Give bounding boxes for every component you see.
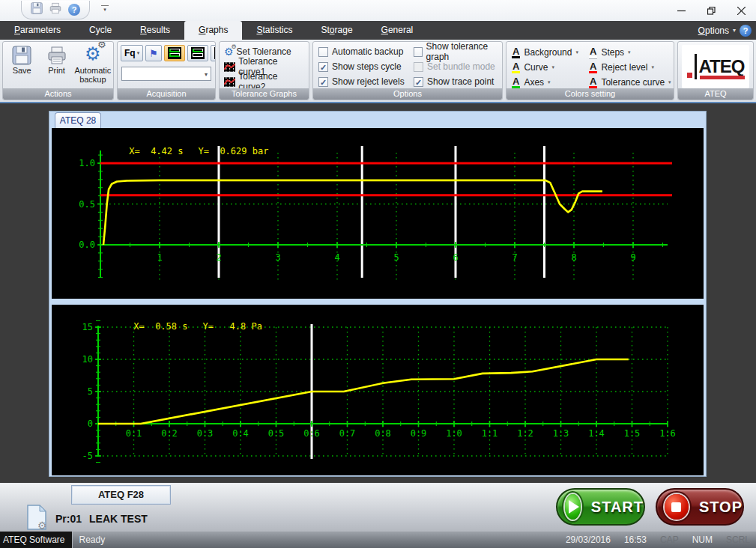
start-button[interactable]: START	[556, 488, 645, 526]
group-tolerance-graphs: ⚙⚙ Set Tolerance Tolerance curve1 Tolera…	[219, 41, 309, 100]
chevron-down-icon: ▾	[668, 79, 671, 85]
close-button[interactable]	[726, 0, 756, 21]
tab-parameters[interactable]: Parameters	[0, 21, 75, 40]
svg-text:7: 7	[512, 252, 517, 263]
color-reject-level-button[interactable]: AReject level▾	[589, 60, 674, 75]
svg-text:0:6: 0:6	[303, 428, 320, 439]
tolerance-curve2-button[interactable]: Tolerance curve2	[220, 74, 309, 89]
qat-help-icon[interactable]: ?	[68, 4, 80, 16]
group-caption-acquisition: Acquisition	[118, 88, 215, 100]
svg-text:1:5: 1:5	[624, 428, 641, 439]
checkbox-show-trace-point[interactable]: ✓Show trace point	[414, 74, 502, 89]
checkbox-show-reject-levels[interactable]: ✓Show reject levels	[318, 74, 414, 89]
font-color-icon: A	[589, 47, 597, 58]
svg-text:0:9: 0:9	[411, 428, 427, 439]
svg-text:0:5: 0:5	[268, 428, 285, 439]
logo-red-square	[687, 73, 692, 78]
statusbar-num: NUM	[692, 535, 713, 545]
svg-text:0:3: 0:3	[197, 428, 214, 439]
ateq-logo: ATEQ	[682, 45, 749, 88]
quick-access-toolbar: ?	[21, 1, 90, 19]
group-acquisition: Fq▾ ⚑ ▾ Acquisition	[117, 41, 216, 100]
svg-text:1:0: 1:0	[446, 428, 462, 439]
statusbar-scrl: SCRL	[726, 535, 750, 545]
color-curve-button[interactable]: ACurve▾	[512, 60, 589, 75]
checkbox-show-tolerance-graph[interactable]: Show tolerance graph	[414, 44, 502, 59]
device-name-box[interactable]: ATEQ F28	[71, 485, 171, 505]
svg-text:0: 0	[88, 418, 93, 429]
group-caption-tolerance: Tolerance Graphs	[220, 88, 309, 100]
chevron-down-icon: ▾	[205, 71, 208, 78]
chevron-down-icon: ▾	[651, 64, 654, 70]
print-button[interactable]: Print	[39, 44, 73, 84]
group-colors-setting: ABackground▾ ACurve▾ AAxes▾ ASteps▾ ARej…	[506, 41, 674, 100]
svg-text:0:8: 0:8	[375, 428, 391, 439]
tab-cycle[interactable]: Cycle	[75, 21, 126, 40]
save-icon	[12, 44, 31, 65]
help-icon[interactable]: ?	[740, 25, 752, 37]
checkbox-box	[318, 47, 328, 57]
logo-black-bar	[695, 54, 697, 79]
color-steps-button[interactable]: ASteps▾	[589, 45, 674, 60]
automatic-backup-button[interactable]: ⚙⚙ Automatic backup	[74, 44, 112, 84]
tab-graphs[interactable]: Graphs	[184, 21, 242, 40]
pressure-chart[interactable]: 1234567890.00.51.0 X= 4.42 sY= 0.629 bar	[52, 128, 704, 299]
svg-text:1:3: 1:3	[553, 428, 569, 439]
qat-save-icon[interactable]	[31, 2, 43, 17]
save-button[interactable]: Save	[4, 44, 39, 84]
svg-text:4: 4	[334, 252, 339, 263]
tab-results[interactable]: Results	[126, 21, 184, 40]
qat-print-icon[interactable]	[49, 2, 61, 17]
filter-flag-button[interactable]: ⚑	[145, 45, 162, 61]
stop-button[interactable]: STOP	[656, 488, 744, 526]
chevron-down-icon: ▾	[137, 50, 140, 56]
bottom-graph-icon	[214, 47, 216, 59]
layout-bottom-graph-button[interactable]	[211, 45, 216, 61]
font-color-icon: A	[512, 47, 520, 58]
play-icon	[565, 494, 581, 520]
color-background-button[interactable]: ABackground▾	[512, 45, 589, 60]
svg-text:2: 2	[216, 252, 221, 263]
svg-text:8: 8	[571, 252, 576, 263]
main-area: ATEQ 28 1234567890.00.51.0 X= 4.42 sY= 0…	[0, 103, 756, 483]
checkbox-automatic-backup[interactable]: Automatic backup	[318, 44, 414, 59]
statusbar-app-name: ATEQ Software	[0, 532, 73, 548]
layout-top-graph-button[interactable]	[187, 45, 208, 61]
checkbox-box: ✓	[318, 77, 328, 87]
restore-button[interactable]	[696, 0, 726, 21]
fq-button[interactable]: Fq▾	[121, 45, 143, 61]
chevron-down-icon: ▾	[575, 49, 578, 55]
program-label: Pr:01LEAK TEST	[55, 513, 148, 525]
acquisition-combobox[interactable]: ▾	[121, 67, 211, 81]
color-tolerance-curve-button[interactable]: ATolerance curve▾	[589, 75, 674, 90]
svg-text:0.5: 0.5	[79, 199, 95, 210]
minimize-button[interactable]	[666, 0, 696, 21]
app-window: ? ▾ Parameters Cycle Results Graphs Stat…	[0, 0, 756, 548]
checkbox-show-steps-cycle[interactable]: ✓Show steps cycle	[318, 59, 414, 74]
svg-text:1:4: 1:4	[588, 428, 605, 439]
layout-both-graphs-button[interactable]	[164, 45, 185, 61]
checkbox-set-bundle-mode: Set bundle mode	[414, 59, 502, 74]
chevron-down-icon: ▾	[628, 49, 631, 55]
ribbon-tabbar: Parameters Cycle Results Graphs Statisti…	[0, 21, 756, 40]
qat-customize-icon[interactable]: ▾	[101, 5, 109, 13]
tab-storage[interactable]: Storage	[307, 21, 367, 40]
svg-text:0:7: 0:7	[339, 428, 356, 439]
document-tab-ateq28[interactable]: ATEQ 28	[55, 112, 101, 128]
options-menu[interactable]: Options	[698, 25, 729, 36]
group-ateq: ATEQ ATEQ	[677, 41, 754, 100]
color-axes-button[interactable]: AAxes▾	[512, 75, 589, 90]
print-icon	[47, 44, 67, 65]
svg-text:-5: -5	[82, 451, 93, 461]
font-color-icon: A	[512, 77, 520, 88]
tab-statistics[interactable]: Statistics	[242, 21, 306, 40]
checkbox-box	[414, 62, 423, 72]
leak-chart[interactable]: 0:10:20:30:40:50:60:70:80:91:01:11:21:31…	[52, 305, 704, 475]
svg-text:10: 10	[82, 354, 93, 365]
svg-text:1:1: 1:1	[482, 428, 498, 439]
tolerance-curve-icon	[224, 62, 235, 72]
tab-general[interactable]: General	[367, 21, 428, 40]
statusbar-time: 16:53	[624, 535, 647, 545]
ribbon: Save Print ⚙⚙ Automatic backup Actions	[0, 40, 756, 103]
group-caption-colors: Colors setting	[506, 88, 674, 100]
